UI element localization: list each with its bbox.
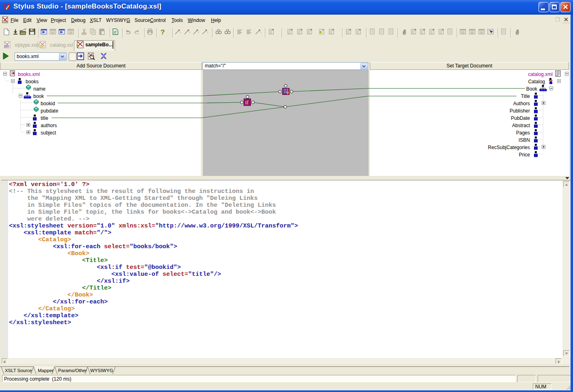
- svg-text:?: ?: [161, 28, 165, 36]
- svg-text:xsd: xsd: [5, 45, 9, 48]
- svg-text:Mapper: Mapper: [38, 368, 54, 373]
- svg-text:Params/Other: Params/Other: [58, 368, 87, 373]
- svg-text:WYSIWYG: WYSIWYG: [90, 368, 113, 373]
- svg-text:XSLT Source: XSLT Source: [5, 368, 32, 373]
